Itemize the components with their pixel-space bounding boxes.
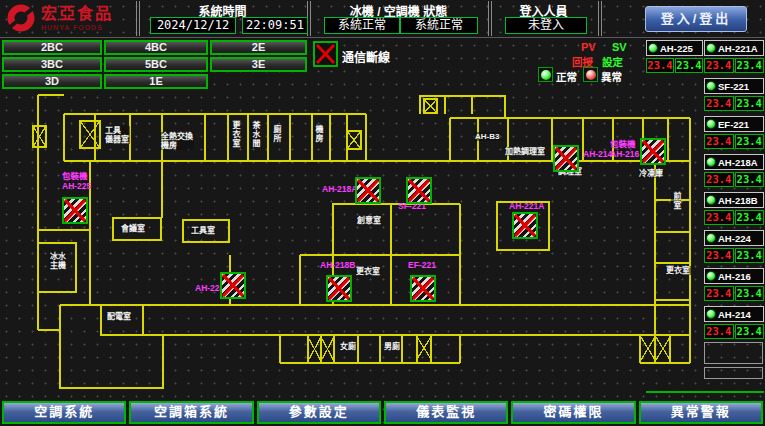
- room-label: 機房: [313, 125, 323, 143]
- unit-name-row[interactable]: SF-221: [704, 78, 764, 94]
- status-led-icon: [706, 157, 716, 167]
- room-label: AH-B3: [474, 132, 500, 141]
- equipment-label: AH-218A: [322, 185, 357, 195]
- hmi-screen: 宏亞食品 HUNYA FOODS 系統時間 2024/12/12 22:09:5…: [0, 0, 765, 426]
- bottom-nav-bar: 空調系統空調箱系統參數設定儀表監視密碼權限異常警報: [2, 401, 763, 424]
- equipment-status-icon[interactable]: [410, 275, 436, 302]
- equipment-label: 包裝機 AH-225: [62, 172, 91, 191]
- unit-ah-224: AH-22423.423.4: [704, 230, 764, 263]
- unit-ah-214: AH-21423.423.4: [704, 306, 764, 339]
- equipment-panel-right: AH-221A23.423.4SF-22123.423.4EF-22123.42…: [704, 40, 764, 344]
- equipment-label: AH-221A: [509, 202, 544, 212]
- unit-name-row[interactable]: AH-214: [704, 306, 764, 322]
- unit-values: 23.423.4: [704, 134, 764, 149]
- room-label: 加熱調理室: [504, 147, 546, 156]
- nav-button[interactable]: 密碼權限: [511, 401, 635, 424]
- status-led-icon: [706, 195, 716, 205]
- unit-ah-218b: AH-218B23.423.4: [704, 192, 764, 225]
- panel-bottom-line: [646, 391, 764, 393]
- equipment-status-icon[interactable]: [355, 177, 381, 204]
- room-label: 男廁: [383, 342, 401, 351]
- room-label: 冰水 主機: [49, 252, 67, 270]
- equipment-status-icon[interactable]: [406, 177, 432, 204]
- unit-name-label: AH-218A: [718, 157, 758, 168]
- nav-button[interactable]: 異常警報: [639, 401, 763, 424]
- status-led-icon: [706, 271, 716, 281]
- pv-value: 23.4: [704, 58, 734, 73]
- unit-name-label: EF-221: [718, 119, 749, 130]
- unit-name-label: AH-224: [718, 233, 751, 244]
- status-led-icon: [706, 309, 716, 319]
- unit-values: 23.423.4: [704, 248, 764, 263]
- pv-value: 23.4: [704, 248, 734, 263]
- room-label: 廁所: [271, 125, 281, 143]
- room-label: 創意室: [356, 216, 382, 225]
- unit-name-row[interactable]: AH-224: [704, 230, 764, 246]
- equipment-status-icon[interactable]: [62, 197, 88, 224]
- sv-value: 23.4: [735, 96, 765, 111]
- room-label: 更衣室: [355, 267, 381, 276]
- unit-values: 23.423.4: [704, 172, 764, 187]
- status-led-icon: [648, 43, 658, 53]
- unit-values: 23.423.4: [704, 286, 764, 301]
- panel-empty-slot: [704, 342, 763, 364]
- unit-name-row[interactable]: AH-218B: [704, 192, 764, 208]
- status-led-icon: [706, 119, 716, 129]
- pv-value: 23.4: [704, 96, 734, 111]
- unit-name-label: AH-216: [718, 271, 751, 282]
- room-label: 茶水間: [250, 121, 260, 148]
- sv-value: 23.4: [735, 210, 765, 225]
- equipment-label: AH-218B: [320, 261, 355, 271]
- unit-name-row[interactable]: AH-216: [704, 268, 764, 284]
- unit-name-row[interactable]: AH-221A: [704, 40, 764, 56]
- pv-value: 23.4: [704, 134, 734, 149]
- room-label: 工具室: [190, 226, 216, 235]
- unit-name-row[interactable]: EF-221: [704, 116, 764, 132]
- sv-value: 23.4: [735, 324, 765, 339]
- equipment-label: 包裝機 AH-216: [610, 140, 639, 159]
- room-label: 工具 儀器室: [104, 126, 130, 144]
- unit-name-label: AH-218B: [718, 195, 758, 206]
- sv-value: 23.4: [735, 134, 765, 149]
- status-led-icon: [706, 43, 716, 53]
- unit-values: 23.423.4: [704, 96, 764, 111]
- nav-button[interactable]: 空調系統: [2, 401, 126, 424]
- pv-value: 23.4: [704, 324, 734, 339]
- unit-name-row[interactable]: AH-218A: [704, 154, 764, 170]
- room-label: 會議室: [120, 224, 146, 233]
- sv-value: 23.4: [735, 172, 765, 187]
- pv-value: 23.4: [646, 58, 674, 73]
- unit-name-label: SF-221: [718, 81, 749, 92]
- equipment-panel-left: AH-22523.423.4: [646, 40, 703, 78]
- unit-name-label: AH-221A: [718, 43, 758, 54]
- nav-button[interactable]: 空調箱系統: [129, 401, 253, 424]
- unit-name-row[interactable]: AH-225: [646, 40, 703, 56]
- equipment-status-icon[interactable]: [512, 212, 538, 239]
- unit-ah-216: AH-21623.423.4: [704, 268, 764, 301]
- unit-values: 23.423.4: [704, 58, 764, 73]
- room-label: 配電室: [106, 312, 132, 321]
- panel-empty-slot: [704, 367, 763, 379]
- equipment-label: AH-214: [583, 150, 612, 160]
- sv-value: 23.4: [735, 286, 765, 301]
- equipment-status-icon[interactable]: [553, 145, 579, 172]
- equipment-status-icon[interactable]: [326, 275, 352, 302]
- equipment-status-icon[interactable]: [640, 138, 666, 165]
- unit-ah-218a: AH-218A23.423.4: [704, 154, 764, 187]
- nav-button[interactable]: 參數設定: [257, 401, 381, 424]
- room-label: 更衣室: [665, 266, 691, 275]
- room-label: 全熱交換 機房: [160, 132, 194, 150]
- equipment-status-icon[interactable]: [220, 272, 246, 299]
- pv-value: 23.4: [704, 172, 734, 187]
- pv-value: 23.4: [704, 210, 734, 225]
- nav-button[interactable]: 儀表監視: [384, 401, 508, 424]
- unit-values: 23.423.4: [704, 210, 764, 225]
- room-label: 女廁: [339, 342, 357, 351]
- status-led-icon: [706, 233, 716, 243]
- unit-ah-221a: AH-221A23.423.4: [704, 40, 764, 73]
- unit-name-label: AH-214: [718, 309, 751, 320]
- equipment-label: EF-221: [408, 261, 436, 271]
- status-led-icon: [706, 81, 716, 91]
- unit-values: 23.423.4: [646, 58, 703, 73]
- sv-value: 23.4: [735, 58, 765, 73]
